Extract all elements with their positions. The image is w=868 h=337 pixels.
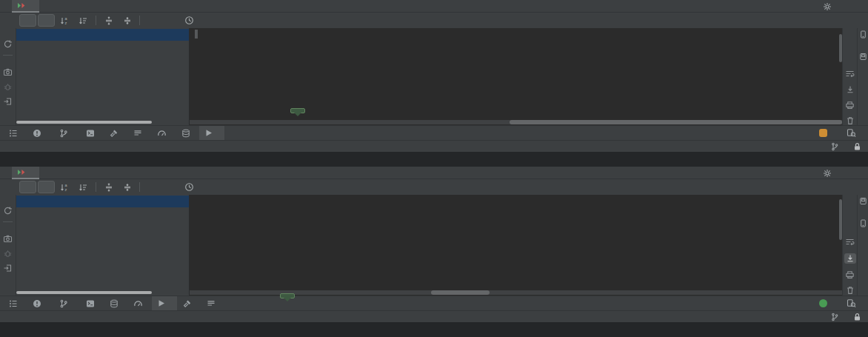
next-occurrence-icon[interactable] — [162, 181, 179, 193]
git-branch-widget[interactable] — [831, 142, 841, 151]
console-vertical-scrollbar[interactable] — [839, 34, 842, 62]
console-line — [195, 87, 842, 99]
toolwindow-terminal[interactable] — [80, 296, 104, 311]
toolwindow-logcat[interactable] — [127, 126, 151, 141]
scrollbar-thumb[interactable] — [510, 120, 842, 124]
toolwindow-profiler[interactable] — [151, 126, 176, 141]
toolwindow-git[interactable] — [53, 126, 80, 141]
toolwindow-logcat[interactable] — [201, 296, 224, 311]
profiler-icon — [133, 299, 143, 308]
test-tree-root-row[interactable] — [16, 29, 189, 41]
scroll-up-icon[interactable] — [844, 205, 856, 216]
show-ignored-toggle[interactable] — [38, 14, 55, 27]
next-occurrence-icon[interactable] — [162, 14, 179, 27]
layout-inspector-button[interactable] — [841, 296, 865, 311]
console-vertical-scrollbar[interactable] — [839, 199, 842, 240]
console-horizontal-scrollbar[interactable] — [190, 120, 842, 124]
bug-icon[interactable] — [3, 82, 13, 91]
soft-wrap-icon[interactable] — [844, 70, 856, 79]
camera-icon[interactable] — [3, 67, 13, 76]
test-tree-row[interactable] — [16, 219, 189, 231]
lock-icon[interactable] — [853, 142, 861, 151]
toolwindow-problems[interactable] — [27, 296, 53, 311]
gear-icon[interactable] — [823, 169, 832, 178]
clear-all-icon[interactable] — [844, 285, 856, 296]
toolwindow-todo[interactable] — [3, 296, 27, 311]
toolwindow-profiler[interactable] — [127, 296, 152, 311]
sort-alphabetically-icon[interactable]: az — [56, 181, 73, 193]
soft-wrap-icon[interactable] — [844, 237, 856, 247]
scroll-up-icon[interactable] — [844, 39, 856, 48]
camera-icon[interactable] — [3, 234, 13, 243]
dock-emulator[interactable] — [859, 219, 867, 230]
previous-occurrence-icon[interactable] — [144, 181, 161, 193]
print-icon[interactable] — [844, 270, 856, 280]
problems-icon — [33, 299, 41, 308]
collapse-all-icon[interactable] — [118, 14, 136, 27]
print-icon[interactable] — [844, 100, 856, 110]
sort-by-duration-icon[interactable] — [75, 14, 92, 27]
test-tree-root-row[interactable] — [16, 196, 189, 207]
toolwindow-build[interactable] — [104, 126, 127, 141]
test-tree-row[interactable] — [16, 243, 189, 255]
console-line — [195, 41, 842, 53]
dock-device-file-explorer[interactable] — [859, 53, 867, 63]
toolwindow-database-inspector[interactable] — [176, 126, 199, 141]
sort-by-duration-icon[interactable] — [75, 181, 92, 193]
dock-emulator[interactable] — [859, 30, 867, 41]
bug-icon[interactable] — [3, 249, 13, 258]
toolwindow-run[interactable] — [152, 296, 177, 311]
tree-horizontal-scrollbar[interactable] — [16, 291, 152, 294]
collapse-all-icon[interactable] — [118, 181, 136, 193]
scrollbar-thumb[interactable] — [431, 290, 490, 295]
test-history-icon[interactable] — [181, 14, 198, 27]
sort-alphabetically-icon[interactable]: az — [56, 14, 73, 27]
event-log-button[interactable] — [813, 126, 836, 141]
toolwindow-todo[interactable] — [3, 126, 27, 141]
test-tree-row[interactable] — [16, 207, 189, 219]
expand-all-icon[interactable] — [100, 181, 117, 193]
scroll-to-end-icon[interactable] — [844, 253, 856, 264]
import-test-results-icon[interactable] — [3, 264, 13, 273]
console-line — [195, 75, 842, 87]
rerun-icon[interactable] — [3, 206, 13, 216]
clear-all-icon[interactable] — [844, 116, 856, 125]
console-output[interactable] — [189, 28, 842, 125]
test-tree-row[interactable] — [16, 41, 189, 53]
toolwindow-run[interactable] — [199, 126, 224, 141]
toolwindow-git[interactable] — [53, 296, 80, 311]
event-log-button[interactable] — [813, 296, 836, 311]
show-passed-toggle[interactable] — [19, 181, 36, 193]
scroll-down-icon[interactable] — [844, 221, 856, 232]
import-test-results-icon[interactable] — [3, 97, 13, 106]
show-passed-toggle[interactable] — [19, 14, 36, 27]
scroll-to-end-icon[interactable] — [844, 84, 856, 94]
tree-horizontal-scrollbar[interactable] — [16, 121, 152, 124]
console-line — [195, 52, 842, 64]
toolwindow-terminal[interactable] — [80, 126, 104, 141]
dock-device-file-explorer[interactable] — [859, 197, 867, 207]
run-tab[interactable] — [12, 167, 39, 179]
expand-all-icon[interactable] — [100, 14, 117, 27]
event-log-badge — [819, 129, 827, 137]
toolbar-separator — [96, 16, 96, 25]
console-output[interactable] — [189, 195, 842, 296]
run-tool-window-091: az — [0, 0, 868, 167]
run-content — [0, 195, 868, 296]
rerun-icon[interactable] — [3, 39, 13, 49]
scroll-down-icon[interactable] — [844, 54, 856, 64]
run-tab[interactable] — [12, 0, 39, 13]
console-line — [195, 241, 842, 253]
git-branch-widget[interactable] — [831, 313, 841, 321]
show-ignored-toggle[interactable] — [38, 181, 55, 193]
tests-passed-balloon — [290, 108, 305, 113]
gear-icon[interactable] — [823, 2, 832, 11]
toolwindow-problems[interactable] — [27, 126, 53, 141]
test-tree-row[interactable] — [16, 231, 189, 243]
test-history-icon[interactable] — [181, 181, 198, 193]
lock-icon[interactable] — [853, 313, 861, 321]
layout-inspector-button[interactable] — [841, 126, 865, 141]
previous-occurrence-icon[interactable] — [144, 14, 161, 27]
toolwindow-database-inspector[interactable] — [104, 296, 127, 311]
toolwindow-build[interactable] — [177, 296, 201, 311]
